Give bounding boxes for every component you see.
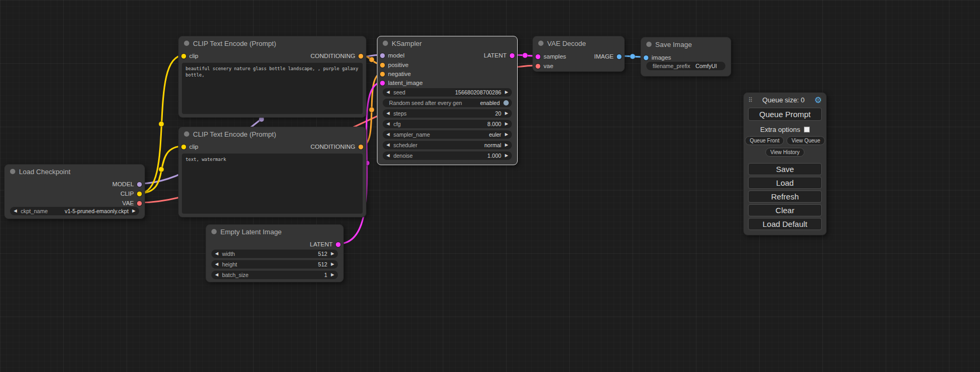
queue-prompt-button[interactable]: Queue Prompt: [748, 108, 822, 121]
prompt-text-area[interactable]: text, watermark: [182, 154, 363, 214]
clear-button[interactable]: Clear: [748, 204, 822, 216]
slot-input-images[interactable]: images: [644, 53, 671, 62]
image-slot-dot-icon[interactable]: [617, 54, 622, 59]
node-title-bar[interactable]: Save Image: [641, 37, 731, 51]
slot-output-conditioning[interactable]: CONDITIONING: [311, 142, 363, 151]
node-title-bar[interactable]: CLIP Text Encode (Prompt): [179, 36, 366, 50]
decrement-arrow-icon[interactable]: ◀: [383, 120, 393, 128]
node-empty-latent-image[interactable]: Empty Latent Image LATENT ◀ width 512 ▶ …: [206, 224, 344, 282]
vae-slot-dot-icon[interactable]: [137, 201, 142, 206]
slot-input-vae[interactable]: vae: [536, 61, 554, 71]
node-title-bar[interactable]: CLIP Text Encode (Prompt): [179, 127, 366, 141]
conditioning-slot-dot-icon[interactable]: [380, 63, 385, 68]
vae-slot-dot-icon[interactable]: [536, 64, 540, 69]
increment-arrow-icon[interactable]: ▶: [327, 250, 338, 258]
clip-slot-dot-icon[interactable]: [137, 192, 142, 196]
increment-arrow-icon[interactable]: ▶: [129, 207, 139, 215]
conditioning-slot-dot-icon[interactable]: [358, 145, 363, 149]
toggle-indicator-icon[interactable]: [503, 100, 509, 106]
clip-slot-dot-icon[interactable]: [181, 54, 186, 59]
save-button[interactable]: Save: [748, 163, 822, 175]
node-clip-text-encode-negative[interactable]: CLIP Text Encode (Prompt) clip CONDITION…: [178, 127, 366, 217]
load-default-button[interactable]: Load Default: [748, 218, 822, 230]
node-title-bar[interactable]: VAE Decode: [533, 36, 624, 50]
slot-output-model[interactable]: MODEL: [112, 179, 142, 189]
collapse-dot-icon[interactable]: [646, 42, 652, 47]
slot-output-latent[interactable]: LATENT: [484, 51, 515, 60]
node-title-bar[interactable]: KSampler: [377, 36, 517, 50]
decrement-arrow-icon[interactable]: ◀: [383, 130, 393, 139]
latent-slot-dot-icon[interactable]: [336, 242, 341, 247]
node-ksampler[interactable]: KSampler model positive negative latent_…: [377, 36, 518, 165]
increment-arrow-icon[interactable]: ▶: [327, 260, 338, 269]
collapse-dot-icon[interactable]: [184, 41, 189, 46]
slot-input-latent-image[interactable]: latent_image: [380, 78, 423, 88]
settings-gear-icon[interactable]: ⚙: [814, 97, 822, 104]
model-slot-dot-icon[interactable]: [137, 182, 142, 187]
queue-front-button[interactable]: Queue Front: [745, 136, 784, 145]
increment-arrow-icon[interactable]: ▶: [501, 130, 512, 139]
widget-steps[interactable]: ◀ steps 20 ▶: [383, 109, 512, 118]
decrement-arrow-icon[interactable]: ◀: [211, 271, 222, 279]
widget-denoise[interactable]: ◀ denoise 1.000 ▶: [383, 151, 512, 160]
increment-arrow-icon[interactable]: ▶: [501, 141, 512, 149]
conditioning-slot-dot-icon[interactable]: [358, 54, 363, 59]
decrement-arrow-icon[interactable]: ◀: [383, 151, 393, 160]
increment-arrow-icon[interactable]: ▶: [501, 120, 512, 128]
view-queue-button[interactable]: View Queue: [787, 136, 824, 145]
node-load-checkpoint[interactable]: Load Checkpoint MODEL CLIP VAE ◀ ckpt_na…: [4, 164, 145, 219]
decrement-arrow-icon[interactable]: ◀: [211, 260, 222, 269]
collapse-dot-icon[interactable]: [383, 41, 388, 46]
load-button[interactable]: Load: [748, 177, 822, 189]
widget-seed[interactable]: ◀ seed 156680208700286 ▶: [383, 88, 512, 97]
slot-input-model[interactable]: model: [380, 51, 404, 60]
node-clip-text-encode-positive[interactable]: CLIP Text Encode (Prompt) clip CONDITION…: [178, 36, 366, 118]
increment-arrow-icon[interactable]: ▶: [501, 151, 512, 160]
widget-cfg[interactable]: ◀ cfg 8.000 ▶: [383, 120, 512, 128]
node-title-bar[interactable]: Load Checkpoint: [5, 165, 144, 178]
node-save-image[interactable]: Save Image images filename_prefix ComfyU…: [641, 37, 731, 77]
collapse-dot-icon[interactable]: [538, 41, 544, 46]
model-slot-dot-icon[interactable]: [380, 53, 385, 58]
decrement-arrow-icon[interactable]: ◀: [383, 109, 393, 118]
slot-input-clip[interactable]: clip: [181, 142, 198, 151]
decrement-arrow-icon[interactable]: ◀: [383, 88, 393, 97]
increment-arrow-icon[interactable]: ▶: [501, 88, 512, 97]
slot-input-clip[interactable]: clip: [181, 51, 198, 61]
node-graph-canvas[interactable]: Load Checkpoint MODEL CLIP VAE ◀ ckpt_na…: [0, 0, 980, 372]
slot-output-image[interactable]: IMAGE: [594, 52, 622, 61]
widget-sampler-name[interactable]: ◀ sampler_name euler ▶: [383, 130, 512, 139]
collapse-dot-icon[interactable]: [184, 131, 189, 137]
widget-width[interactable]: ◀ width 512 ▶: [211, 250, 338, 258]
slot-output-clip[interactable]: CLIP: [120, 189, 142, 198]
decrement-arrow-icon[interactable]: ◀: [383, 141, 393, 149]
increment-arrow-icon[interactable]: ▶: [327, 271, 338, 279]
node-title-bar[interactable]: Empty Latent Image: [206, 225, 343, 239]
conditioning-slot-dot-icon[interactable]: [380, 72, 385, 77]
collapse-dot-icon[interactable]: [211, 229, 217, 234]
prompt-text-area[interactable]: beautiful scenery nature glass bottle la…: [182, 63, 363, 114]
widget-scheduler[interactable]: ◀ scheduler normal ▶: [383, 141, 512, 149]
collapse-dot-icon[interactable]: [10, 169, 15, 174]
drag-handle-icon[interactable]: ⠿: [748, 97, 753, 104]
widget-filename-prefix[interactable]: filename_prefix ComfyUI: [646, 62, 725, 70]
decrement-arrow-icon[interactable]: ◀: [211, 250, 222, 258]
slot-output-latent[interactable]: LATENT: [310, 240, 341, 249]
node-vae-decode[interactable]: VAE Decode samples vae IMAGE: [532, 36, 625, 72]
refresh-button[interactable]: Refresh: [748, 190, 822, 203]
clip-slot-dot-icon[interactable]: [181, 145, 186, 149]
latent-slot-dot-icon[interactable]: [510, 53, 515, 58]
slot-input-samples[interactable]: samples: [536, 52, 566, 61]
extra-options-checkbox[interactable]: [804, 127, 810, 132]
latent-slot-dot-icon[interactable]: [380, 81, 385, 85]
decrement-arrow-icon[interactable]: ◀: [10, 207, 21, 215]
latent-slot-dot-icon[interactable]: [536, 54, 540, 59]
widget-height[interactable]: ◀ height 512 ▶: [211, 260, 338, 269]
widget-batch-size[interactable]: ◀ batch_size 1 ▶: [211, 271, 338, 279]
widget-ckpt-name[interactable]: ◀ ckpt_name v1-5-pruned-emaonly.ckpt ▶: [10, 207, 139, 215]
increment-arrow-icon[interactable]: ▶: [501, 109, 512, 118]
slot-input-positive[interactable]: positive: [380, 60, 409, 70]
widget-random-seed-toggle[interactable]: Random seed after every gen enabled: [383, 99, 512, 107]
image-slot-dot-icon[interactable]: [644, 55, 648, 60]
view-history-button[interactable]: View History: [765, 148, 804, 157]
